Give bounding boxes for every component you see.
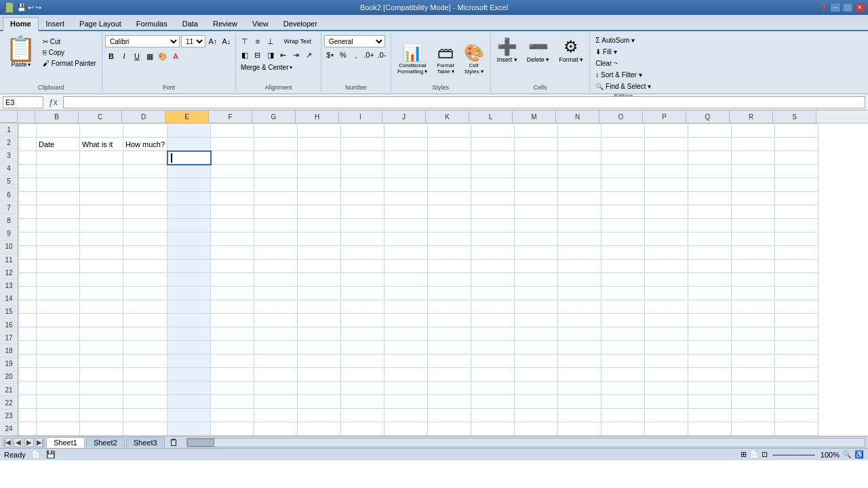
cell-D8[interactable] <box>123 219 167 232</box>
fill-button[interactable]: ⬇ Fill ▾ <box>593 47 619 57</box>
cell-I19[interactable] <box>341 368 384 382</box>
cell-B3[interactable] <box>37 151 80 165</box>
cell-G3[interactable] <box>254 151 298 165</box>
cell-K12[interactable] <box>428 273 471 287</box>
cell-E8[interactable] <box>167 219 211 232</box>
cell-J10[interactable] <box>384 246 428 260</box>
cell-M12[interactable] <box>515 273 558 287</box>
cell-R24[interactable] <box>732 436 775 436</box>
cell-N16[interactable] <box>558 327 601 341</box>
cell-J21[interactable] <box>384 395 428 409</box>
cell-O24[interactable] <box>601 436 645 436</box>
select-all-button[interactable] <box>0 110 18 123</box>
cell-P22[interactable] <box>645 409 688 422</box>
cell-M3[interactable] <box>515 151 558 165</box>
cell-S3[interactable] <box>775 151 818 165</box>
border-button[interactable]: ▦ <box>144 50 156 62</box>
cell-A22[interactable] <box>19 409 37 422</box>
cell-J24[interactable] <box>384 436 428 436</box>
row-num-14[interactable]: 14 <box>0 293 18 306</box>
cell-P23[interactable] <box>645 422 688 436</box>
cell-S12[interactable] <box>775 273 818 287</box>
cell-E16[interactable] <box>167 327 211 341</box>
cell-N23[interactable] <box>558 422 601 436</box>
cell-J5[interactable] <box>384 178 428 192</box>
cell-O8[interactable] <box>601 219 645 232</box>
cell-C14[interactable] <box>80 300 123 314</box>
tab-view[interactable]: View <box>245 17 276 30</box>
row-num-6[interactable]: 6 <box>0 188 18 201</box>
cell-L5[interactable] <box>471 178 515 192</box>
cell-J3[interactable] <box>384 151 428 165</box>
cell-O7[interactable] <box>601 205 645 219</box>
cell-B22[interactable] <box>37 409 80 422</box>
row-num-16[interactable]: 16 <box>0 319 18 331</box>
cell-N1[interactable] <box>558 124 601 138</box>
row-num-21[interactable]: 21 <box>0 384 18 396</box>
cell-J9[interactable] <box>384 232 428 246</box>
cell-R9[interactable] <box>732 232 775 246</box>
cell-H11[interactable] <box>298 260 341 273</box>
cell-S22[interactable] <box>775 409 818 422</box>
cell-H15[interactable] <box>298 314 341 327</box>
cell-D13[interactable] <box>123 287 167 300</box>
cell-A1[interactable] <box>19 124 37 138</box>
cell-I14[interactable] <box>341 300 384 314</box>
cell-O18[interactable] <box>601 354 645 368</box>
cell-P6[interactable] <box>645 192 688 205</box>
cell-styles-button[interactable]: 🎨 CellStyles ▾ <box>460 41 488 77</box>
cell-L14[interactable] <box>471 300 515 314</box>
formula-function-icon[interactable]: ƒx <box>46 98 60 107</box>
cell-M16[interactable] <box>515 327 558 341</box>
cell-H4[interactable] <box>298 165 341 178</box>
status-page-icon[interactable]: 📄 <box>31 450 41 459</box>
copy-button[interactable]: ⎘ Copy <box>40 47 99 58</box>
cell-E11[interactable] <box>167 260 211 273</box>
col-header-N[interactable]: N <box>556 110 599 123</box>
cell-B20[interactable] <box>37 382 80 395</box>
cell-D4[interactable] <box>123 165 167 178</box>
cell-I15[interactable] <box>341 314 384 327</box>
cell-B5[interactable] <box>37 178 80 192</box>
cell-F8[interactable] <box>211 219 254 232</box>
cell-reference-input[interactable] <box>3 96 43 108</box>
increase-indent-button[interactable]: ⇥ <box>290 49 302 61</box>
cell-C18[interactable] <box>80 354 123 368</box>
cell-C21[interactable] <box>80 395 123 409</box>
cell-S24[interactable] <box>775 436 818 436</box>
cell-B11[interactable] <box>37 260 80 273</box>
formula-input[interactable] <box>63 96 865 108</box>
cell-Q1[interactable] <box>688 124 732 138</box>
cell-F4[interactable] <box>211 165 254 178</box>
cell-Q3[interactable] <box>688 151 732 165</box>
cell-A11[interactable] <box>19 260 37 273</box>
cell-L17[interactable] <box>471 341 515 354</box>
sheet-nav-next[interactable]: ▶ <box>24 438 34 447</box>
cell-E17[interactable] <box>167 341 211 354</box>
tab-home[interactable]: Home <box>3 17 39 31</box>
orientation-button[interactable]: ↗ <box>303 49 315 61</box>
cell-D5[interactable] <box>123 178 167 192</box>
cell-E13[interactable] <box>167 287 211 300</box>
col-header-E[interactable]: E <box>165 110 209 123</box>
cell-S8[interactable] <box>775 219 818 232</box>
cell-K23[interactable] <box>428 422 471 436</box>
cell-H9[interactable] <box>298 232 341 246</box>
italic-button[interactable]: I <box>118 50 130 62</box>
cell-B18[interactable] <box>37 354 80 368</box>
undo-icon[interactable]: ↩ <box>28 3 34 12</box>
row-num-13[interactable]: 13 <box>0 279 18 292</box>
cell-C11[interactable] <box>80 260 123 273</box>
cell-I12[interactable] <box>341 273 384 287</box>
cell-R11[interactable] <box>732 260 775 273</box>
col-header-O[interactable]: O <box>599 110 643 123</box>
cell-S17[interactable] <box>775 341 818 354</box>
cell-E10[interactable] <box>167 246 211 260</box>
cell-G14[interactable] <box>254 300 298 314</box>
cell-F11[interactable] <box>211 260 254 273</box>
cell-P2[interactable] <box>645 138 688 151</box>
cell-P5[interactable] <box>645 178 688 192</box>
cell-L20[interactable] <box>471 382 515 395</box>
format-painter-button[interactable]: 🖌 Format Painter <box>40 58 99 68</box>
row-num-9[interactable]: 9 <box>0 228 18 241</box>
